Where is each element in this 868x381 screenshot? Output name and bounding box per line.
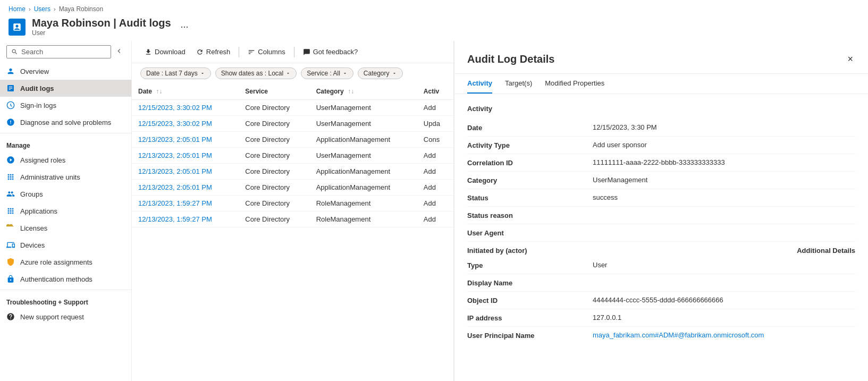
sidebar-label-licenses: Licenses: [20, 224, 47, 232]
detail-row-ip-address: IP address 127.0.0.1: [467, 309, 855, 327]
breadcrumb-users[interactable]: Users: [34, 5, 50, 13]
search-input[interactable]: Search: [6, 45, 111, 58]
sidebar-item-overview[interactable]: Overview: [0, 63, 131, 80]
sidebar-item-audit-logs[interactable]: Audit logs: [0, 80, 131, 97]
detail-label-activity-type: Activity Type: [467, 141, 584, 149]
breadcrumb-current: Maya Robinson: [59, 5, 103, 13]
page-header: Maya Robinson | Audit logs User ···: [0, 15, 868, 41]
table-cell-service: Core Directory: [239, 148, 309, 164]
col-service[interactable]: Service: [239, 83, 309, 100]
sidebar-collapse-button[interactable]: [113, 45, 125, 58]
date-filter-pill[interactable]: Date : Last 7 days: [140, 67, 211, 79]
sidebar-label-devices: Devices: [20, 241, 45, 249]
table-cell-activity: Add: [417, 180, 453, 196]
table-row[interactable]: 12/15/2023, 3:30:02 PMCore DirectoryUser…: [132, 116, 453, 132]
sidebar-item-assigned-roles[interactable]: Assigned roles: [0, 151, 131, 168]
detail-label-upn: User Principal Name: [467, 331, 584, 340]
activity-section-label: Activity: [467, 103, 855, 119]
table-cell-service: Core Directory: [239, 116, 309, 132]
audit-log-table: Date ↑↓ Service Category ↑↓ Activ 12/15/…: [132, 83, 453, 227]
table-row[interactable]: 12/13/2023, 1:59:27 PMCore DirectoryRole…: [132, 196, 453, 211]
detail-label-display-name: Display Name: [467, 278, 584, 287]
additional-details-link: Additional Details: [797, 247, 855, 255]
show-dates-filter-pill[interactable]: Show dates as : Local: [215, 67, 297, 79]
detail-label-correlation-id: Correlation ID: [467, 158, 584, 167]
search-icon: [11, 48, 18, 55]
feedback-button[interactable]: Got feedback?: [299, 45, 363, 58]
columns-button[interactable]: Columns: [243, 45, 289, 58]
download-button[interactable]: Download: [140, 45, 190, 58]
tab-modified-properties[interactable]: Modified Properties: [545, 74, 604, 94]
sidebar-search-container: Search: [0, 41, 131, 63]
table-row[interactable]: 12/13/2023, 1:59:27 PMCore DirectoryRole…: [132, 211, 453, 227]
table-cell-service: Core Directory: [239, 196, 309, 211]
audit-log-table-container: Date ↑↓ Service Category ↑↓ Activ 12/15/…: [132, 83, 453, 381]
detail-label-ip-address: IP address: [467, 314, 584, 322]
category-filter-pill[interactable]: Category: [358, 67, 403, 79]
sidebar-item-applications[interactable]: Applications: [0, 202, 131, 219]
sidebar-item-admin-units[interactable]: Administrative units: [0, 168, 131, 185]
table-row[interactable]: 12/13/2023, 2:05:01 PMCore DirectoryAppl…: [132, 180, 453, 196]
table-cell-date: 12/13/2023, 1:59:27 PM: [132, 196, 239, 211]
devices-icon: [6, 241, 15, 249]
azure-role-icon: [6, 258, 15, 266]
table-row[interactable]: 12/13/2023, 2:05:01 PMCore DirectoryUser…: [132, 148, 453, 164]
detail-panel-title: Audit Log Details: [467, 53, 554, 65]
page-title: Maya Robinson | Audit logs: [32, 17, 171, 29]
table-cell-date: 12/15/2023, 3:30:02 PM: [132, 100, 239, 116]
tab-activity[interactable]: Activity: [467, 74, 492, 94]
detail-tabs: Activity Target(s) Modified Properties: [454, 74, 868, 94]
detail-panel-close-button[interactable]: ×: [845, 52, 855, 67]
sidebar-item-signin-logs[interactable]: Sign-in logs: [0, 97, 131, 114]
sidebar-item-licenses[interactable]: Licenses: [0, 219, 131, 236]
sidebar-label-auth-methods: Authentication methods: [20, 275, 92, 283]
col-category[interactable]: Category ↑↓: [310, 83, 417, 100]
category-chevron: [392, 71, 397, 76]
breadcrumb-home[interactable]: Home: [9, 5, 26, 13]
date-sort-icon: ↑↓: [156, 88, 162, 95]
table-row[interactable]: 12/13/2023, 2:05:01 PMCore DirectoryAppl…: [132, 132, 453, 148]
col-activity[interactable]: Activ: [417, 83, 453, 100]
sidebar-item-diagnose[interactable]: Diagnose and solve problems: [0, 114, 131, 131]
table-cell-activity: Add: [417, 148, 453, 164]
table-cell-activity: Add: [417, 164, 453, 180]
download-icon: [145, 48, 152, 56]
sidebar-item-groups[interactable]: Groups: [0, 185, 131, 202]
table-cell-activity: Upda: [417, 116, 453, 132]
breadcrumb-sep-1: ›: [29, 6, 31, 12]
table-cell-date: 12/13/2023, 2:05:01 PM: [132, 164, 239, 180]
collapse-icon: [115, 47, 123, 55]
table-cell-service: Core Directory: [239, 180, 309, 196]
table-cell-activity: Cons: [417, 132, 453, 148]
sidebar-item-auth-methods[interactable]: Authentication methods: [0, 270, 131, 287]
detail-row-user-agent: User Agent: [467, 224, 855, 242]
detail-row-activity-type: Activity Type Add user sponsor: [467, 137, 855, 154]
col-date[interactable]: Date ↑↓: [132, 83, 239, 100]
detail-value-status: success: [593, 193, 855, 201]
table-cell-date: 12/13/2023, 2:05:01 PM: [132, 132, 239, 148]
initiated-by-header: Initiated by (actor) Additional Details: [467, 242, 855, 257]
show-dates-filter-label: Show dates as : Local: [221, 70, 283, 77]
table-cell-activity: Add: [417, 211, 453, 227]
sidebar-item-devices[interactable]: Devices: [0, 236, 131, 253]
refresh-button[interactable]: Refresh: [192, 45, 235, 58]
page-icon: [9, 19, 26, 36]
category-sort-icon: ↑↓: [348, 88, 354, 95]
detail-value-category: UserManagement: [593, 176, 855, 184]
table-body: 12/15/2023, 3:30:02 PMCore DirectoryUser…: [132, 100, 453, 227]
table-row[interactable]: 12/13/2023, 2:05:01 PMCore DirectoryAppl…: [132, 164, 453, 180]
support-icon: [6, 312, 15, 321]
table-row[interactable]: 12/15/2023, 3:30:02 PMCore DirectoryUser…: [132, 100, 453, 116]
admin-units-icon: [6, 173, 15, 181]
detail-row-type: Type User: [467, 257, 855, 274]
sidebar: Search Overview Audit logs: [0, 41, 132, 381]
initiated-by-label: Initiated by (actor): [467, 246, 584, 255]
service-filter-pill[interactable]: Service : All: [301, 67, 353, 79]
tab-targets[interactable]: Target(s): [505, 74, 532, 94]
more-options-button[interactable]: ···: [178, 20, 192, 33]
diagnose-icon: [6, 118, 15, 126]
sidebar-label-assigned-roles: Assigned roles: [20, 156, 65, 164]
sidebar-item-azure-role[interactable]: Azure role assignments: [0, 253, 131, 270]
sidebar-item-new-support[interactable]: New support request: [0, 308, 131, 325]
detail-value-upn[interactable]: maya_fabrikam.com#ADM#@fabrikam.onmicros…: [593, 331, 855, 339]
